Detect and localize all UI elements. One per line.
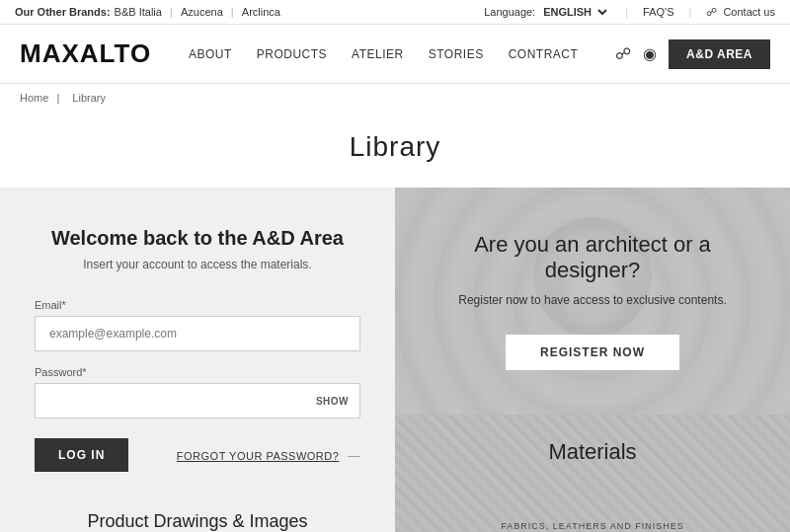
language-dropdown[interactable]: ENGLISH ITALIANO (539, 5, 610, 19)
brand-arclinca[interactable]: Arclinca (242, 6, 280, 18)
password-label: Password* (35, 366, 360, 378)
nav-right: ☍ ◉ A&D AREA (615, 39, 770, 69)
welcome-subtitle: Insert your account to access the materi… (35, 258, 360, 271)
form-actions: LOG IN FORGOT YOUR PASSWORD? — (35, 438, 360, 472)
top-bar: Our Other Brands: B&B Italia | Azucena |… (0, 0, 790, 25)
ad-area-button[interactable]: A&D AREA (669, 39, 770, 69)
contact-label: Contact us (723, 6, 775, 18)
breadcrumb-current: Library (72, 92, 106, 104)
language-selector[interactable]: Language: ENGLISH ITALIANO (484, 5, 610, 19)
our-brands-label: Our Other Brands: (15, 6, 111, 18)
materials-section: Materials FABRICS, LEATHERS AND FINISHES… (395, 415, 790, 532)
login-button[interactable]: LOG IN (35, 438, 128, 472)
product-section: Product Drawings & Images (35, 511, 360, 532)
brand-bb-italia[interactable]: B&B Italia (115, 6, 162, 18)
materials-title: Materials (395, 439, 790, 465)
main-nav: MAXALTO ABOUT PRODUCTS ATELIER STORIES C… (0, 25, 790, 84)
right-panel: Are you an architect or a designer? Regi… (395, 188, 790, 532)
password-wrapper: SHOW (35, 383, 360, 418)
bookmark-icon[interactable]: ☍ (615, 44, 631, 63)
top-bar-left: Our Other Brands: B&B Italia | Azucena |… (15, 6, 280, 18)
breadcrumb-home[interactable]: Home (20, 92, 48, 104)
location-icon[interactable]: ◉ (643, 44, 657, 63)
forgot-password-link[interactable]: FORGOT YOUR PASSWORD? (177, 450, 340, 462)
email-label: Email* (35, 299, 360, 311)
breadcrumb: Home | Library (0, 84, 790, 112)
arch-subtitle: Register now to have access to exclusive… (458, 293, 726, 307)
architect-section: Are you an architect or a designer? Regi… (395, 188, 790, 415)
email-input[interactable] (35, 316, 360, 351)
brand-azucena[interactable]: Azucena (181, 6, 223, 18)
nav-about[interactable]: ABOUT (189, 47, 232, 61)
breadcrumb-separator: | (56, 92, 59, 104)
arch-title: Are you an architect or a designer? (425, 232, 760, 283)
welcome-title: Welcome back to the A&D Area (35, 227, 360, 250)
nav-contract[interactable]: CONTRACT (509, 47, 579, 61)
contact-link[interactable]: ☍ Contact us (706, 6, 775, 19)
nav-stories[interactable]: STORIES (429, 47, 484, 61)
password-group: Password* SHOW (35, 366, 360, 418)
language-label: Language: (484, 6, 535, 18)
arch-content: Are you an architect or a designer? Regi… (425, 232, 760, 370)
page-title: Library (0, 112, 790, 188)
main-content: Welcome back to the A&D Area Insert your… (0, 188, 790, 532)
nav-links: ABOUT PRODUCTS ATELIER STORIES CONTRACT (189, 47, 578, 61)
email-group: Email* (35, 299, 360, 351)
top-bar-right: Language: ENGLISH ITALIANO | FAQ'S | ☍ C… (484, 5, 775, 19)
chat-icon: ☍ (706, 6, 717, 19)
register-button[interactable]: REGISTER NOW (506, 335, 679, 370)
forgot-link-group: FORGOT YOUR PASSWORD? — (177, 448, 360, 463)
forgot-dash: — (348, 448, 360, 463)
nav-products[interactable]: PRODUCTS (257, 47, 327, 61)
faqs-link[interactable]: FAQ'S (643, 6, 673, 18)
left-panel: Welcome back to the A&D Area Insert your… (0, 188, 395, 532)
password-input[interactable] (35, 383, 360, 418)
product-section-title: Product Drawings & Images (35, 511, 360, 532)
logo: MAXALTO (20, 38, 151, 69)
show-password-button[interactable]: SHOW (316, 396, 349, 407)
nav-atelier[interactable]: ATELIER (352, 47, 404, 61)
materials-subtitle: FABRICS, LEATHERS AND FINISHES (501, 521, 683, 531)
